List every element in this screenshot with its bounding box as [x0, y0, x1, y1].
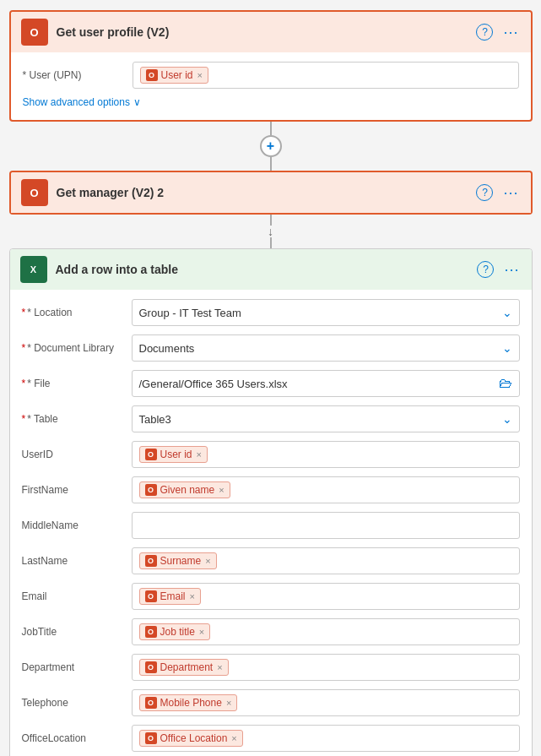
userid-input[interactable]: O User id ×: [132, 441, 520, 468]
chevron-table: ⌄: [502, 412, 512, 426]
more-options-button-3[interactable]: ···: [502, 259, 521, 280]
line-top: [270, 122, 272, 135]
remove-office-location-token[interactable]: ×: [231, 733, 236, 743]
get-manager-card: O Get manager (V2) 2 ? ···: [9, 171, 533, 215]
folder-icon: 🗁: [499, 376, 512, 391]
user-id-token: O User id ×: [140, 67, 208, 84]
remove-userid-token[interactable]: ×: [197, 449, 202, 460]
header-actions-3: ? ···: [477, 259, 521, 280]
file-row: ** File /General/Office 365 Users.xlsx 🗁: [22, 369, 520, 398]
connector-arrow-1: ↓: [268, 215, 273, 248]
office-icon-2: O: [21, 179, 48, 206]
jobtitle-token: O Job title ×: [139, 623, 211, 640]
telephone-token: O Mobile Phone ×: [139, 694, 238, 711]
firstname-token: O Given name ×: [139, 481, 230, 498]
firstname-label: FirstName: [22, 484, 132, 496]
middlename-input[interactable]: [132, 512, 520, 539]
remove-user-token[interactable]: ×: [197, 70, 203, 80]
department-token: O Department ×: [139, 659, 229, 676]
table-input[interactable]: Table3 ⌄: [132, 405, 520, 432]
telephone-label: Telephone: [22, 697, 132, 709]
add-row-card: X Add a row into a table ? ··· ** Locati…: [9, 248, 533, 756]
jobtitle-row: JobTitle O Job title ×: [22, 617, 520, 646]
email-token: O Email ×: [139, 588, 201, 605]
show-advanced-button[interactable]: Show advanced options ∨: [23, 96, 141, 108]
add-row-header: X Add a row into a table ? ···: [10, 249, 532, 290]
help-button-2[interactable]: ?: [476, 184, 493, 201]
get-manager-header: O Get manager (V2) 2 ? ···: [11, 172, 531, 213]
help-button-3[interactable]: ?: [477, 261, 494, 278]
connector-plus-1: +: [260, 122, 282, 171]
user-upn-label: * User (UPN): [23, 69, 133, 81]
email-row: Email O Email ×: [22, 582, 520, 611]
get-user-profile-header: O Get user profile (V2) ? ···: [11, 12, 531, 52]
office-icon: O: [21, 19, 48, 46]
get-user-profile-title: Get user profile (V2): [57, 25, 477, 39]
add-row-body: ** Location Group - IT Test Team ⌄ ** Do…: [10, 290, 532, 756]
get-user-profile-card: O Get user profile (V2) ? ··· * User (UP…: [9, 10, 533, 122]
more-options-button-2[interactable]: ···: [501, 182, 520, 204]
email-label: Email: [22, 590, 132, 602]
lastname-input[interactable]: O Surname ×: [132, 547, 520, 574]
office-location-label: OfficeLocation: [22, 732, 132, 744]
lastname-label: LastName: [22, 555, 132, 567]
more-options-button[interactable]: ···: [501, 22, 520, 43]
lastname-token: O Surname ×: [139, 552, 217, 569]
telephone-input[interactable]: O Mobile Phone ×: [132, 689, 520, 716]
table-row-field: ** Table Table3 ⌄: [22, 405, 520, 433]
userid-token: O User id ×: [139, 446, 208, 463]
table-label: ** Table: [22, 413, 132, 425]
file-input[interactable]: /General/Office 365 Users.xlsx 🗁: [132, 370, 520, 397]
department-label: Department: [22, 661, 132, 673]
firstname-row: FirstName O Given name ×: [22, 476, 520, 504]
header-actions-2: ? ···: [476, 182, 520, 204]
telephone-row: Telephone O Mobile Phone ×: [22, 688, 520, 717]
office-location-row: OfficeLocation O Office Location ×: [22, 724, 520, 753]
file-label: ** File: [22, 378, 132, 389]
remove-lastname-token[interactable]: ×: [205, 556, 210, 566]
location-row: ** Location Group - IT Test Team ⌄: [22, 298, 520, 327]
doc-lib-label: ** Document Library: [22, 342, 132, 354]
remove-department-token[interactable]: ×: [217, 662, 222, 672]
chevron-location: ⌄: [502, 306, 512, 319]
user-upn-row: * User (UPN) O User id ×: [23, 61, 519, 90]
line-bottom: [270, 157, 272, 171]
middlename-label: MiddleName: [22, 519, 132, 531]
lastname-row: LastName O Surname ×: [22, 547, 520, 575]
remove-jobtitle-token[interactable]: ×: [199, 627, 204, 637]
arrow-icon-1: ↓: [268, 226, 273, 237]
chevron-doclib: ⌄: [502, 341, 512, 355]
add-step-button-1[interactable]: +: [260, 135, 282, 157]
department-input[interactable]: O Department ×: [132, 654, 520, 681]
office-location-token: O Office Location ×: [139, 730, 243, 747]
line-seg-2: [270, 237, 272, 248]
user-upn-input[interactable]: O User id ×: [133, 62, 519, 89]
remove-telephone-token[interactable]: ×: [226, 698, 231, 708]
header-actions: ? ···: [476, 22, 520, 43]
middlename-row: MiddleName: [22, 511, 520, 540]
userid-row: UserID O User id ×: [22, 440, 520, 469]
get-user-profile-body: * User (UPN) O User id × Show advanced o…: [11, 52, 531, 120]
help-button[interactable]: ?: [476, 24, 493, 41]
remove-email-token[interactable]: ×: [190, 591, 195, 601]
get-manager-title: Get manager (V2) 2: [57, 186, 477, 199]
add-row-title: Add a row into a table: [56, 263, 478, 276]
office-location-input[interactable]: O Office Location ×: [132, 725, 520, 752]
jobtitle-input[interactable]: O Job title ×: [132, 618, 520, 645]
location-input[interactable]: Group - IT Test Team ⌄: [132, 299, 520, 326]
doc-lib-row: ** Document Library Documents ⌄: [22, 334, 520, 362]
doc-lib-input[interactable]: Documents ⌄: [132, 334, 520, 362]
email-input[interactable]: O Email ×: [132, 583, 520, 610]
token-office-icon: O: [146, 69, 158, 81]
userid-label: UserID: [22, 449, 132, 460]
jobtitle-label: JobTitle: [22, 626, 132, 638]
location-label: ** Location: [22, 307, 132, 318]
remove-firstname-token[interactable]: ×: [219, 485, 224, 495]
excel-icon: X: [20, 256, 47, 283]
department-row: Department O Department ×: [22, 653, 520, 682]
firstname-input[interactable]: O Given name ×: [132, 476, 520, 503]
